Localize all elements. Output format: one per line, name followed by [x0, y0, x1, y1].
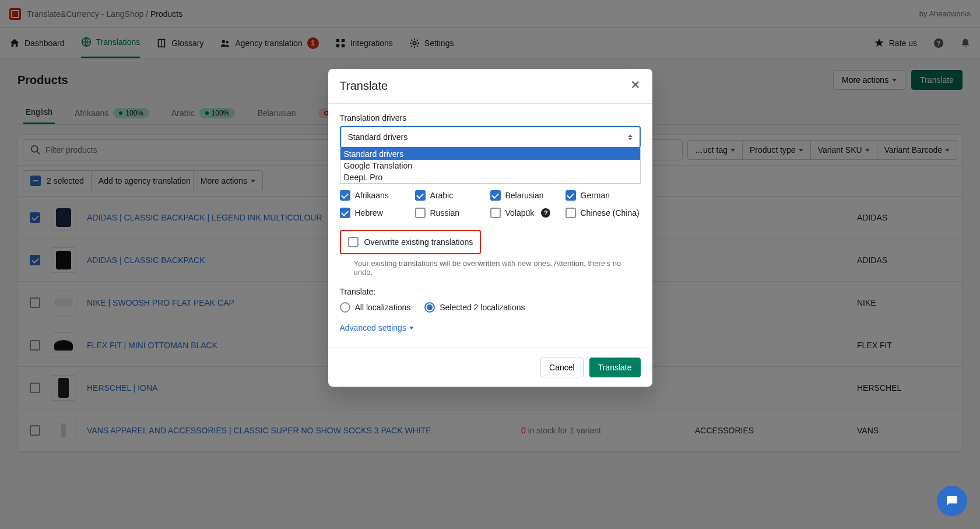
language-option[interactable]: German [565, 190, 641, 201]
driver-option[interactable]: Standard drivers [340, 148, 640, 160]
help-icon[interactable]: ? [541, 208, 550, 218]
language-option[interactable]: Hebrew [340, 208, 415, 218]
cancel-button[interactable]: Cancel [540, 358, 584, 377]
language-option[interactable]: Arabic [415, 190, 490, 201]
modal-overlay[interactable]: Translate Translation drivers Standard d… [0, 0, 980, 464]
radio-selected-localizations[interactable]: Selected 2 localizations [424, 302, 525, 313]
language-checkbox[interactable] [415, 190, 426, 201]
driver-option[interactable]: DeepL Pro [340, 171, 640, 183]
language-checkbox[interactable] [565, 190, 576, 201]
language-checkbox[interactable] [340, 190, 350, 201]
language-option[interactable]: Afrikaans [340, 190, 415, 201]
language-checkbox[interactable] [565, 208, 576, 218]
overwrite-hint: Your existing translations will be overw… [340, 259, 641, 276]
language-option[interactable]: Volapük? [490, 208, 565, 218]
language-checkbox[interactable] [490, 190, 501, 201]
language-checkbox[interactable] [490, 208, 501, 218]
drivers-label: Translation drivers [340, 113, 641, 122]
close-icon[interactable] [630, 79, 641, 93]
language-option[interactable]: Chinese (China) [565, 208, 641, 218]
language-checkbox[interactable] [340, 208, 350, 218]
translate-modal: Translate Translation drivers Standard d… [328, 69, 652, 387]
translate-scope-label: Translate: [340, 287, 641, 296]
overwrite-checkbox[interactable] [348, 237, 359, 247]
advanced-settings-toggle[interactable]: Advanced settings [340, 323, 641, 332]
drivers-select[interactable]: Standard drivers [340, 126, 641, 148]
modal-title: Translate [340, 79, 388, 93]
drivers-dropdown: Standard driversGoogle TranslationDeepL … [340, 148, 641, 184]
confirm-translate-button[interactable]: Translate [589, 358, 641, 377]
language-option[interactable]: Russian [415, 208, 490, 218]
language-option[interactable]: Belarusian [490, 190, 565, 201]
driver-option[interactable]: Google Translation [340, 160, 640, 171]
overwrite-option[interactable]: Overwrite existing translations [340, 230, 482, 254]
radio-all-localizations[interactable]: All localizations [340, 302, 411, 313]
language-checkbox[interactable] [415, 208, 426, 218]
